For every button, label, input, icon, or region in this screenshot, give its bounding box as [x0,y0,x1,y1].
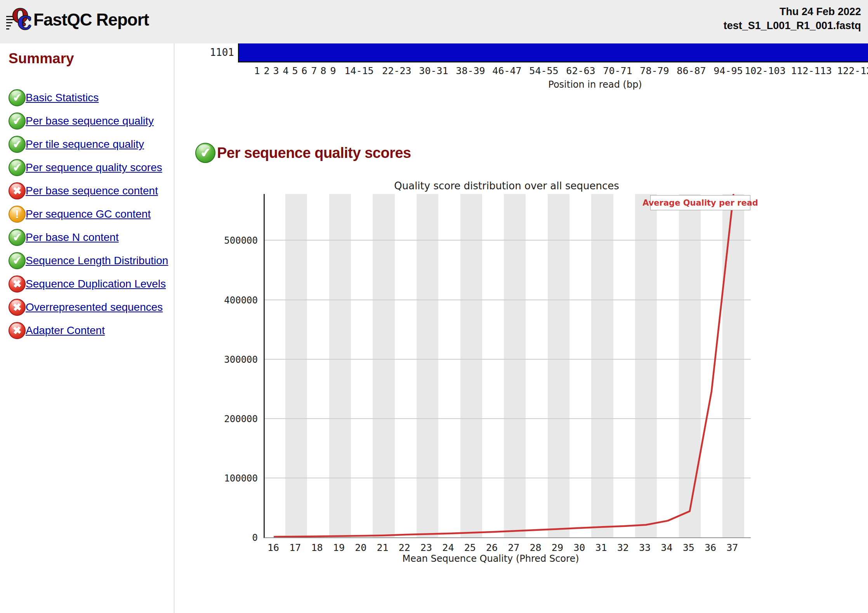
heatmap-tick: 78-79 [640,65,669,76]
heatmap-tick: 3 [273,65,279,76]
x-tick-label: 25 [458,542,482,553]
pass-glyph: ✔ [12,92,22,103]
x-tick-label: 34 [655,542,678,553]
pass-glyph: ✔ [12,232,22,243]
sidebar-item-sequence-duplication-levels: ✖Sequence Duplication Levels [9,272,168,296]
sidebar-link[interactable]: Sequence Length Distribution [26,255,168,267]
x-tick-label: 28 [524,542,547,553]
sidebar-item-per-base-sequence-content: ✖Per base sequence content [9,179,168,203]
summary-heading: Summary [9,50,74,67]
sidebar-item-per-tile-sequence-quality: ✔Per tile sequence quality [9,133,168,156]
warn-icon: ! [9,206,26,223]
sidebar-link[interactable]: Per tile sequence quality [26,138,144,151]
pass-icon: ✔ [9,89,26,106]
heatmap-tick: 7 [311,65,317,76]
fail-glyph: ✖ [12,325,22,336]
x-tick-label: 18 [306,542,329,553]
fail-glyph: ✖ [12,278,22,289]
x-tick-label: 26 [480,542,503,553]
y-tick-label: 500000 [221,235,258,246]
legend-entry: Average Quality per read [642,198,758,208]
report-filename: test_S1_L001_R1_001.fastq [724,19,861,33]
heatmap-tick: 8 [320,65,326,76]
fail-icon: ✖ [9,322,26,339]
pass-glyph: ✔ [12,255,22,266]
sidebar-item-per-base-sequence-quality: ✔Per base sequence quality [9,109,168,133]
heatmap-tick: 5 [292,65,298,76]
fail-glyph: ✖ [12,185,22,196]
heatmap-tick: 9 [330,65,336,76]
tile-row-label: 1101 [208,47,234,58]
pass-icon: ✔ [9,159,26,176]
x-axis-title: Mean Sequence Quality (Phred Score) [402,553,579,564]
sidebar-link[interactable]: Per sequence GC content [26,208,151,220]
heatmap-tick: 6 [301,65,307,76]
x-tick-label: 22 [393,542,416,553]
heatmap-tick: 102-103 [745,65,785,76]
fail-icon: ✖ [9,182,26,199]
page-title: FastQC Report [33,10,149,29]
chart-title: Quality score distribution over all sequ… [264,180,750,192]
y-tick-label: 200000 [221,414,258,424]
pass-icon: ✔ [9,252,26,269]
quality-line-svg [265,194,751,537]
logo-letter-c: C [18,13,31,33]
pass-glyph: ✔ [12,115,22,126]
heatmap-tick: 2 [264,65,269,76]
x-tick-label: 27 [502,542,525,553]
pass-icon: ✔ [195,143,215,163]
y-tick-label: 300000 [221,354,258,365]
x-tick-label: 32 [611,542,635,553]
heatmap-tick: 30-31 [419,65,448,76]
sidebar-link[interactable]: Per base sequence content [26,185,158,197]
heatmap-tick: 38-39 [456,65,485,76]
report-date: Thu 24 Feb 2022 [724,5,861,19]
heatmap-tick: 112-113 [791,65,832,76]
x-tick-label: 29 [546,542,569,553]
section-title: Per sequence quality scores [217,145,411,161]
sidebar-item-overrepresented-sequences: ✖Overrepresented sequences [9,296,168,319]
x-tick-label: 21 [371,542,394,553]
x-tick-label: 36 [699,542,722,553]
sidebar-item-per-sequence-quality-scores: ✔Per sequence quality scores [9,156,168,179]
y-tick-label: 100000 [221,473,258,484]
sidebar-link[interactable]: Per sequence quality scores [26,161,162,174]
header: Q C FastQC Report Thu 24 Feb 2022 test_S… [0,0,868,43]
x-tick-label: 31 [590,542,613,553]
fastqc-logo-icon: Q C [6,9,33,34]
x-tick-label: 33 [633,542,656,553]
sidebar-link[interactable]: Adapter Content [26,324,105,337]
sidebar-item-sequence-length-distribution: ✔Sequence Length Distribution [9,249,168,272]
pass-glyph: ✔ [12,139,22,150]
sidebar-link[interactable]: Sequence Duplication Levels [26,278,166,290]
heatmap-tick: 4 [283,65,288,76]
x-tick-label: 37 [720,542,744,553]
sidebar-link[interactable]: Per base sequence quality [26,115,154,127]
heatmap-tick: 62-63 [566,65,595,76]
pass-icon: ✔ [9,113,26,130]
quality-score-chart: Quality score distribution over all sequ… [264,194,750,605]
heatmap-tick: 46-47 [492,65,521,76]
sidebar-item-per-sequence-gc-content: !Per sequence GC content [9,203,168,226]
section-heading: ✔ Per sequence quality scores [195,143,411,163]
heatmap-tick: 1 [254,65,260,76]
sidebar-link[interactable]: Per base N content [26,231,119,244]
heatmap-tick: 86-87 [677,65,706,76]
x-tick-label: 30 [568,542,591,553]
report-meta: Thu 24 Feb 2022 test_S1_L001_R1_001.fast… [724,5,861,33]
average-quality-line [274,195,733,537]
sidebar-link[interactable]: Overrepresented sequences [26,301,163,313]
fastqc-report-page: Q C FastQC Report Thu 24 Feb 2022 test_S… [0,0,868,613]
heatmap-tick: 122-123 [837,65,868,76]
heatmap-tick: 70-71 [603,65,632,76]
x-tick-label: 24 [436,542,460,553]
heatmap-tick: 94-95 [713,65,743,76]
pass-icon: ✔ [9,136,26,153]
summary-nav: ✔Basic Statistics✔Per base sequence qual… [9,86,168,342]
sidebar-item-adapter-content: ✖Adapter Content [9,319,168,342]
y-tick-label: 0 [221,532,258,543]
chart-legend: Average Quality per read [650,195,750,210]
sidebar-link[interactable]: Basic Statistics [26,92,99,104]
sidebar-item-basic-statistics: ✔Basic Statistics [9,86,168,109]
x-tick-label: 23 [415,542,438,553]
